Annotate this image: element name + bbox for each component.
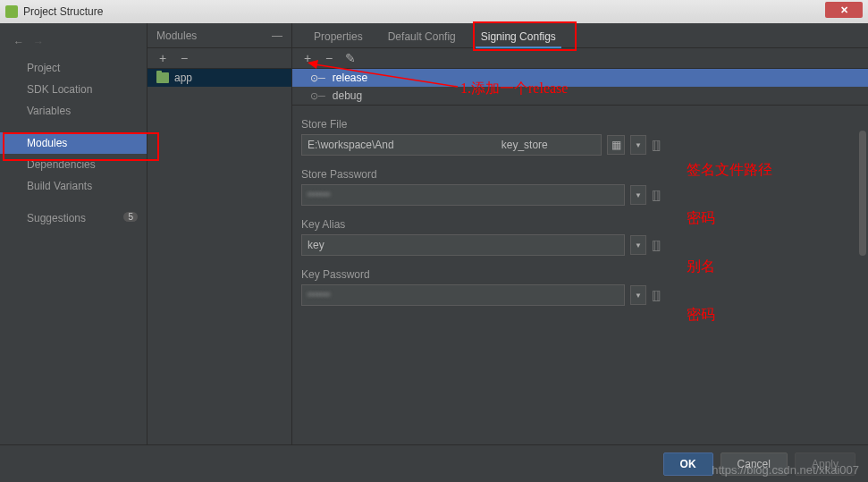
config-debug-label: debug bbox=[333, 89, 362, 102]
tab-properties[interactable]: Properties bbox=[301, 27, 375, 47]
module-label: app bbox=[174, 72, 192, 84]
nav-suggestions-label: Suggestions bbox=[27, 212, 86, 224]
dropdown-icon[interactable]: ▼ bbox=[630, 235, 646, 255]
key-alias-label: Key Alias bbox=[301, 218, 859, 231]
brackets-icon: ⟦⟧ bbox=[652, 189, 659, 202]
config-item-debug[interactable]: ⊙─ debug bbox=[292, 87, 868, 105]
folder-icon bbox=[156, 72, 169, 83]
config-release-label: release bbox=[333, 72, 367, 84]
dropdown-icon[interactable]: ▼ bbox=[630, 185, 646, 205]
key-password-input[interactable]: •••••• bbox=[301, 284, 625, 306]
modules-panel: Modules — + − app bbox=[147, 23, 292, 444]
edit-config-icon[interactable]: ✎ bbox=[344, 52, 357, 64]
watermark: https://blog.csdn.net/xkai007 bbox=[712, 463, 859, 477]
app-icon bbox=[5, 5, 18, 18]
close-button[interactable]: ✕ bbox=[825, 2, 863, 18]
store-password-label: Store Password bbox=[301, 168, 859, 181]
key-alias-input[interactable]: key bbox=[301, 234, 625, 256]
dropdown-icon[interactable]: ▼ bbox=[630, 135, 646, 155]
nav-build-variants[interactable]: Build Variants bbox=[0, 175, 147, 197]
modules-title: Modules bbox=[156, 30, 272, 42]
browse-folder-icon[interactable]: ▦ bbox=[607, 135, 625, 155]
back-arrow-icon[interactable]: ← bbox=[13, 36, 25, 48]
store-file-input[interactable]: E:\workspace\And key_store bbox=[301, 134, 602, 156]
module-item-app[interactable]: app bbox=[147, 69, 291, 87]
content-panel: Properties Default Config Signing Config… bbox=[292, 23, 868, 444]
key-password-label: Key Password bbox=[301, 268, 859, 281]
store-password-input[interactable]: •••••• bbox=[301, 184, 625, 206]
tab-signing-configs[interactable]: Signing Configs bbox=[468, 27, 569, 47]
remove-module-icon[interactable]: − bbox=[178, 52, 190, 64]
minimize-icon[interactable]: — bbox=[272, 30, 282, 42]
add-module-icon[interactable]: + bbox=[156, 52, 169, 64]
left-sidebar: ← → Project SDK Location Variables Modul… bbox=[0, 23, 147, 444]
nav-suggestions[interactable]: Suggestions 5 bbox=[0, 207, 147, 229]
nav-project[interactable]: Project bbox=[0, 57, 147, 79]
suggestions-badge: 5 bbox=[123, 212, 138, 222]
brackets-icon: ⟦⟧ bbox=[652, 139, 659, 152]
add-config-icon[interactable]: + bbox=[301, 52, 314, 64]
nav-variables[interactable]: Variables bbox=[0, 100, 147, 122]
dropdown-icon[interactable]: ▼ bbox=[630, 285, 646, 305]
store-file-label: Store File bbox=[301, 118, 859, 131]
config-item-release[interactable]: ⊙─ release bbox=[292, 69, 868, 87]
forward-arrow-icon[interactable]: → bbox=[32, 36, 45, 48]
key-icon: ⊙─ bbox=[310, 90, 325, 102]
titlebar: Project Structure ✕ bbox=[0, 0, 868, 23]
window-title: Project Structure bbox=[23, 5, 103, 18]
key-icon: ⊙─ bbox=[310, 72, 325, 84]
nav-dependencies[interactable]: Dependencies bbox=[0, 154, 147, 175]
brackets-icon: ⟦⟧ bbox=[652, 239, 659, 252]
nav-modules[interactable]: Modules bbox=[0, 132, 147, 154]
brackets-icon: ⟦⟧ bbox=[652, 289, 659, 302]
remove-config-icon[interactable]: − bbox=[323, 52, 335, 64]
nav-sdk-location[interactable]: SDK Location bbox=[0, 79, 147, 100]
tab-default-config[interactable]: Default Config bbox=[375, 27, 468, 47]
ok-button[interactable]: OK bbox=[663, 452, 713, 476]
scrollbar[interactable] bbox=[859, 131, 866, 256]
